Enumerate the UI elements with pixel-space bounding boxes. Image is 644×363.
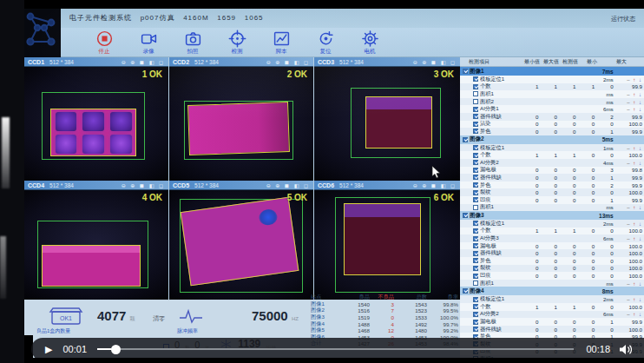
checkbox-checked[interactable]	[473, 304, 478, 309]
checkbox-checked[interactable]	[473, 312, 478, 317]
checkbox-checked[interactable]	[473, 107, 478, 112]
camera-view-controls[interactable]: ⊖ ⊕ ◼ ◧ ◻	[122, 182, 165, 188]
checkbox-checked[interactable]	[473, 243, 478, 248]
checkbox-checked[interactable]	[473, 84, 478, 89]
checkbox-checked[interactable]	[463, 288, 468, 294]
inspection-item-row[interactable]: 面积1ms– ↑ ↓	[460, 280, 644, 287]
inspection-item-row[interactable]: AI分类16ms– ↑ ↓	[460, 105, 644, 113]
inspection-item-row[interactable]: 异色0000199.9	[460, 128, 644, 135]
checkbox-checked[interactable]	[473, 320, 478, 325]
image-section-row[interactable]: 图像17ms	[460, 67, 644, 76]
inspection-item-row[interactable]: 模板定位11ms– ↑ ↓	[460, 144, 644, 152]
inspection-item-row[interactable]: 模板定位12ms– ↑ ↓	[460, 220, 644, 228]
image-section-row[interactable]: 图像48ms	[460, 287, 644, 295]
checkbox-checked[interactable]	[473, 160, 478, 165]
checkbox-checked[interactable]	[473, 175, 478, 180]
inspection-item-row[interactable]: 异色0000299.9	[460, 182, 644, 189]
checkbox-checked[interactable]	[473, 221, 478, 226]
checkbox-checked[interactable]	[473, 182, 478, 188]
checkbox-checked[interactable]	[473, 297, 478, 302]
cell: 0	[538, 243, 557, 249]
checkbox-unchecked[interactable]	[473, 280, 478, 286]
inspection-item-row[interactable]: 面积1ms– ↑ ↓	[460, 90, 644, 98]
inspection-item-row[interactable]: 器件残缺0000199.9	[460, 174, 644, 182]
checkbox-checked[interactable]	[463, 69, 468, 74]
checkbox-checked[interactable]	[473, 122, 478, 127]
volume-button[interactable]	[619, 344, 632, 355]
inspection-item-row[interactable]: 模板定位12ms– ↑ ↓	[460, 76, 644, 83]
inspection-item-row[interactable]: 模板定位12ms– ↑ ↓	[460, 295, 644, 303]
inspection-item-row[interactable]: AI分类36ms– ↑ ↓	[460, 234, 644, 242]
inspection-item-row[interactable]: 凹痕0000199.9	[460, 196, 644, 204]
cell: ms	[595, 99, 614, 105]
toolbar-button-1[interactable]: 停止	[89, 30, 120, 56]
toolbar-button-3[interactable]: 拍照	[177, 30, 208, 56]
inspection-item-row[interactable]: 个数11100100.0	[460, 228, 644, 235]
inspection-item-row[interactable]: AI分类26ms– ↑ ↓	[460, 311, 644, 319]
checkbox-checked[interactable]	[473, 190, 478, 195]
inspection-item-row[interactable]: 漏电极0000399.8	[460, 167, 644, 175]
clear-button[interactable]: 清零	[153, 314, 165, 323]
seek-bar[interactable]	[97, 348, 574, 350]
cell: – ↑ ↓	[614, 145, 644, 151]
cell: 0	[557, 265, 576, 271]
toolbar-button-5[interactable]: 脚本	[266, 30, 297, 56]
checkbox-checked[interactable]	[463, 137, 468, 142]
inspection-item-row[interactable]: 漏电极0000199.9	[460, 318, 644, 326]
inspection-item-row[interactable]: AI分类24ms– ↑ ↓	[460, 159, 644, 167]
checkbox-checked[interactable]	[473, 168, 478, 173]
camera-view-controls[interactable]: ⊖ ⊕ ◼ ◧ ◻	[413, 59, 457, 65]
inspection-item-row[interactable]: 器件残缺0000299.9	[460, 113, 644, 121]
checkbox-checked[interactable]	[473, 251, 478, 256]
cell: 0	[520, 273, 539, 279]
checkbox-checked[interactable]	[473, 145, 478, 150]
inspection-item-row[interactable]: 凹痕00000100.0	[460, 272, 644, 280]
checkbox-checked[interactable]	[473, 274, 478, 279]
inspection-item-row[interactable]: 漏电极00000100.0	[460, 242, 644, 250]
checkbox-checked[interactable]	[473, 76, 478, 82]
image-section-row[interactable]: 图像25ms	[460, 135, 644, 144]
inspection-item-row[interactable]: 器件残缺00000100.0	[460, 326, 644, 333]
play-button[interactable]: ▶	[45, 345, 52, 354]
inspection-item-row[interactable]: 个数1111099.9	[460, 83, 644, 91]
toolbar-button-6[interactable]: 复位	[310, 30, 341, 56]
yield-rate: 99.8%	[427, 301, 458, 307]
detected-object	[50, 109, 137, 156]
checkbox-checked[interactable]	[473, 114, 478, 119]
checkbox-checked[interactable]	[473, 236, 478, 241]
toolbar-button-4[interactable]: 检测	[221, 30, 253, 56]
inspection-item-row[interactable]: 器件残缺00000100.0	[460, 249, 644, 257]
cell: 0	[576, 189, 595, 195]
checkbox-checked[interactable]	[473, 129, 478, 134]
checkbox-checked[interactable]	[473, 153, 478, 158]
checkbox-checked[interactable]	[463, 213, 468, 218]
camera-view-controls[interactable]: ⊖ ⊕ ◼ ◧ ◻	[122, 59, 165, 65]
checkbox-unchecked[interactable]	[473, 205, 478, 210]
inspection-item-row[interactable]: 个数11100100.0	[460, 303, 644, 311]
cell: – ↑ ↓	[614, 235, 644, 241]
checkbox-unchecked[interactable]	[473, 99, 478, 104]
inspection-item-row[interactable]: 沾染00000100.0	[460, 121, 644, 129]
inspection-item-row[interactable]: 裂纹00000100.0	[460, 265, 644, 273]
checkbox-checked[interactable]	[473, 197, 478, 202]
inspection-item-row[interactable]: 面积2ms– ↑ ↓	[460, 98, 644, 106]
cell: 0	[538, 167, 557, 173]
inspection-item-row[interactable]: 裂纹00000100.0	[460, 188, 644, 196]
inspection-item-row[interactable]: 面积1ms– ↑ ↓	[460, 204, 644, 212]
camera-view-controls[interactable]: ⊖ ⊕ ◼ ◧ ◻	[266, 182, 310, 188]
inspection-item-row[interactable]: 异色00000100.0	[460, 257, 644, 265]
camera-view-controls[interactable]: ⊖ ⊕ ◼ ◧ ◻	[266, 59, 310, 65]
ok-count: 1488	[340, 321, 370, 327]
checkbox-checked[interactable]	[473, 228, 478, 234]
toolbar-button-7[interactable]: 电机	[354, 30, 385, 56]
checkbox-checked[interactable]	[473, 258, 478, 263]
seek-handle[interactable]	[111, 345, 121, 354]
checkbox-checked[interactable]	[473, 327, 478, 332]
camera-view-controls[interactable]: ⊖ ⊕ ◼ ◧ ◻	[413, 182, 457, 188]
inspection-item-row[interactable]: 个数11100100.0	[460, 151, 644, 159]
toolbar-button-2[interactable]: 录像	[133, 30, 164, 56]
image-section-row[interactable]: 图像313ms	[460, 211, 644, 220]
cell: 0	[576, 152, 595, 158]
checkbox-unchecked[interactable]	[473, 91, 478, 96]
checkbox-checked[interactable]	[473, 266, 478, 271]
